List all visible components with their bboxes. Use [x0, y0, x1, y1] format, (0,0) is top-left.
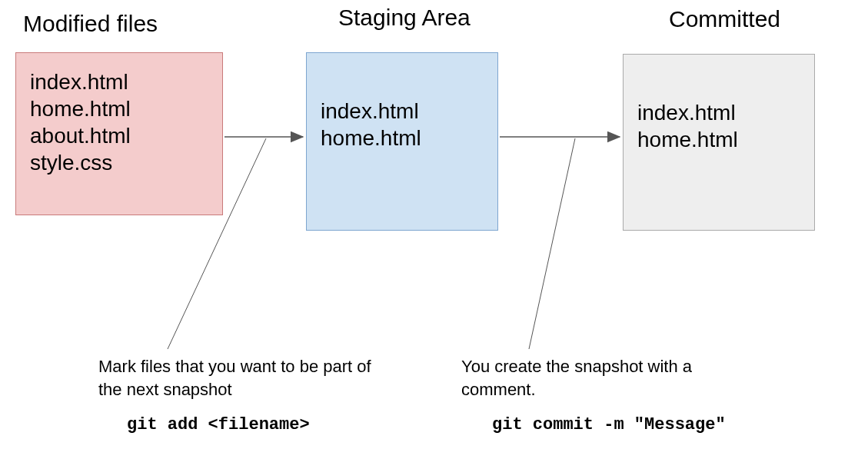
staging-box: index.html home.html	[306, 52, 498, 231]
commit-caption: You create the snapshot with a comment.	[461, 355, 746, 401]
modified-file: index.html	[30, 68, 208, 95]
modified-file: about.html	[30, 122, 208, 149]
connector-commit-caption	[529, 138, 575, 349]
add-caption: Mark files that you want to be part of t…	[98, 355, 391, 401]
git-commit-command: git commit -m "Message"	[492, 415, 726, 434]
git-add-command: git add <filename>	[127, 415, 310, 434]
committed-box: index.html home.html	[623, 54, 815, 231]
modified-box: index.html home.html about.html style.cs…	[15, 52, 223, 215]
committed-file: home.html	[637, 126, 800, 153]
modified-file: home.html	[30, 95, 208, 122]
committed-title: Committed	[669, 6, 780, 32]
staging-file: index.html	[321, 98, 484, 125]
modified-file: style.css	[30, 149, 208, 176]
committed-file: index.html	[637, 99, 800, 126]
staging-title: Staging Area	[338, 5, 471, 31]
staging-file: home.html	[321, 125, 484, 151]
modified-title: Modified files	[23, 11, 158, 37]
